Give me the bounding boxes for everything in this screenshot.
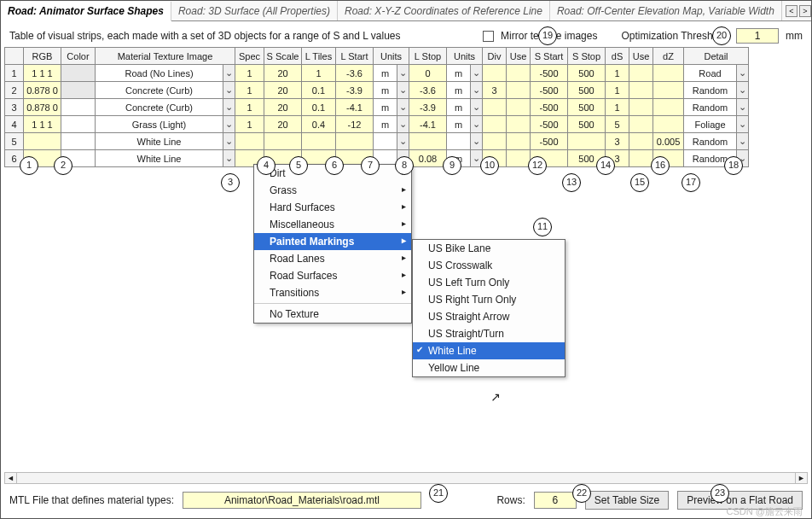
tab-scroll-left[interactable]: < xyxy=(786,5,798,17)
use2-cell[interactable] xyxy=(629,116,653,133)
ltiles-cell[interactable]: 0.4 xyxy=(302,116,336,133)
div-cell[interactable] xyxy=(483,99,507,116)
menu-item-road-surfaces[interactable]: Road Surfaces xyxy=(254,267,411,284)
submenu-us-right-turn[interactable]: US Right Turn Only xyxy=(413,291,565,308)
use1-cell[interactable] xyxy=(507,133,531,150)
units2-cell[interactable]: m xyxy=(447,99,471,116)
menu-item-grass[interactable]: Grass xyxy=(254,182,411,199)
dz-cell[interactable] xyxy=(653,65,684,82)
color-cell[interactable] xyxy=(61,116,96,133)
rows-field[interactable]: 6 xyxy=(534,492,577,509)
units2-cell[interactable]: m xyxy=(447,116,471,133)
rgb-cell[interactable]: 0.878 0 xyxy=(24,99,61,116)
scroll-left-button[interactable]: ◄ xyxy=(5,473,17,483)
submenu-yellow-line[interactable]: Yellow Line xyxy=(413,359,565,376)
material-dropdown-icon[interactable]: ⌄ xyxy=(223,150,235,167)
material-cell[interactable]: White Line xyxy=(96,150,223,167)
units1-cell[interactable]: m xyxy=(374,65,397,82)
detail-cell[interactable]: Random xyxy=(684,133,737,150)
sstart-cell[interactable]: -500 xyxy=(531,65,568,82)
ltiles-cell[interactable]: 0.1 xyxy=(302,99,336,116)
detail-dropdown-icon[interactable]: ⌄ xyxy=(737,99,749,116)
material-cell[interactable]: Concrete (Curb) xyxy=(96,99,223,116)
spec-cell[interactable]: 1 xyxy=(235,116,264,133)
submenu-us-straight-arrow[interactable]: US Straight Arrow xyxy=(413,308,565,325)
detail-cell[interactable]: Foliage xyxy=(684,116,737,133)
sstart-cell[interactable]: -500 xyxy=(531,99,568,116)
menu-item-road-lanes[interactable]: Road Lanes xyxy=(254,250,411,267)
dz-cell[interactable]: 0.005 xyxy=(653,133,684,150)
tab-scroll-right[interactable]: > xyxy=(799,5,811,17)
sstart-cell[interactable]: -500 xyxy=(531,133,568,150)
units2-dropdown-icon[interactable]: ⌄ xyxy=(471,133,483,150)
optimization-threshold-field[interactable]: 1 xyxy=(736,28,779,44)
units1-dropdown-icon[interactable]: ⌄ xyxy=(397,116,409,133)
material-cell[interactable]: White Line xyxy=(96,133,223,150)
ds-cell[interactable]: 5 xyxy=(606,116,629,133)
div-cell[interactable]: 3 xyxy=(483,82,507,99)
units1-cell[interactable]: m xyxy=(374,99,397,116)
rgb-cell[interactable]: 0.878 0 xyxy=(24,82,61,99)
rgb-cell[interactable] xyxy=(24,133,61,150)
detail-dropdown-icon[interactable]: ⌄ xyxy=(737,82,749,99)
lstart-cell[interactable]: -3.6 xyxy=(336,65,374,82)
div-cell[interactable] xyxy=(483,133,507,150)
mtl-file-path-field[interactable]: Animator\Road_Materials\road.mtl xyxy=(183,492,421,509)
material-cell[interactable]: Grass (Light) xyxy=(96,116,223,133)
color-cell[interactable] xyxy=(61,65,96,82)
material-dropdown-icon[interactable]: ⌄ xyxy=(223,116,235,133)
dz-cell[interactable] xyxy=(653,99,684,116)
material-dropdown-icon[interactable]: ⌄ xyxy=(223,65,235,82)
div-cell[interactable] xyxy=(483,65,507,82)
use1-cell[interactable] xyxy=(507,99,531,116)
spec-cell[interactable]: 1 xyxy=(235,99,264,116)
units2-dropdown-icon[interactable]: ⌄ xyxy=(471,116,483,133)
dz-cell[interactable] xyxy=(653,116,684,133)
tab-off-center-elevation[interactable]: Road: Off-Center Elevation Map, Variable… xyxy=(550,1,782,20)
use1-cell[interactable] xyxy=(507,150,531,167)
material-cell[interactable]: Road (No Lines) xyxy=(96,65,223,82)
lstop-cell[interactable]: -3.6 xyxy=(409,82,447,99)
units2-cell[interactable] xyxy=(447,133,471,150)
sstart-cell[interactable]: -500 xyxy=(531,82,568,99)
rgb-cell[interactable]: 1 1 1 xyxy=(24,65,61,82)
spec-cell[interactable] xyxy=(235,133,264,150)
ds-cell[interactable]: 3 xyxy=(606,133,629,150)
menu-item-transitions[interactable]: Transitions xyxy=(254,284,411,301)
spec-cell[interactable]: 1 xyxy=(235,65,264,82)
sstop-cell[interactable]: 500 xyxy=(568,116,606,133)
units1-dropdown-icon[interactable]: ⌄ xyxy=(397,82,409,99)
use2-cell[interactable] xyxy=(629,99,653,116)
scroll-right-button[interactable]: ► xyxy=(795,473,807,483)
use2-cell[interactable] xyxy=(629,133,653,150)
lstart-cell[interactable]: -12 xyxy=(336,116,374,133)
rgb-cell[interactable]: 1 1 1 xyxy=(24,116,61,133)
submenu-us-bike-lane[interactable]: US Bike Lane xyxy=(413,240,565,257)
dz-cell[interactable] xyxy=(653,82,684,99)
horizontal-scrollbar[interactable]: ◄ ► xyxy=(4,472,808,484)
use2-cell[interactable] xyxy=(629,65,653,82)
sscale-cell[interactable] xyxy=(264,133,302,150)
lstop-cell[interactable]: -3.9 xyxy=(409,99,447,116)
units1-cell[interactable]: m xyxy=(374,116,397,133)
sscale-cell[interactable]: 20 xyxy=(264,116,302,133)
units1-dropdown-icon[interactable]: ⌄ xyxy=(397,65,409,82)
sstop-cell[interactable]: 500 xyxy=(568,82,606,99)
units1-dropdown-icon[interactable]: ⌄ xyxy=(397,133,409,150)
lstart-cell[interactable]: -4.1 xyxy=(336,99,374,116)
menu-item-no-texture[interactable]: No Texture xyxy=(254,306,411,323)
mirror-textures-checkbox[interactable] xyxy=(483,31,494,42)
menu-item-miscellaneous[interactable]: Miscellaneous xyxy=(254,216,411,233)
material-dropdown-icon[interactable]: ⌄ xyxy=(223,99,235,116)
units2-dropdown-icon[interactable]: ⌄ xyxy=(471,99,483,116)
use1-cell[interactable] xyxy=(507,65,531,82)
submenu-us-crosswalk[interactable]: US Crosswalk xyxy=(413,257,565,274)
tab-3d-surface[interactable]: Road: 3D Surface (All Properties) xyxy=(171,1,338,20)
material-dropdown-icon[interactable]: ⌄ xyxy=(223,133,235,150)
detail-cell[interactable]: Random xyxy=(684,82,737,99)
spec-cell[interactable]: 1 xyxy=(235,82,264,99)
sscale-cell[interactable]: 20 xyxy=(264,99,302,116)
use1-cell[interactable] xyxy=(507,82,531,99)
submenu-us-straight-turn[interactable]: US Straight/Turn xyxy=(413,325,565,342)
detail-cell[interactable]: Road xyxy=(684,65,737,82)
